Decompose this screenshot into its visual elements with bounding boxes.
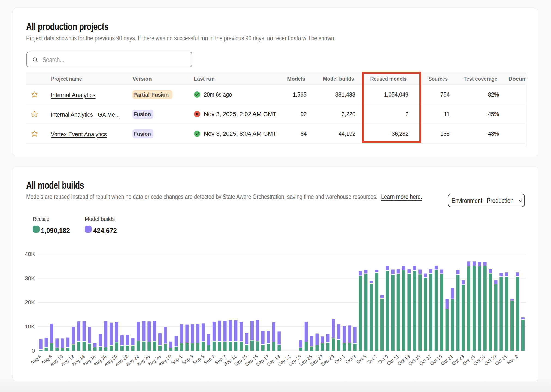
svg-text:Oct 17: Oct 17 bbox=[418, 354, 433, 367]
svg-text:Nov 2: Nov 2 bbox=[506, 354, 519, 366]
svg-text:Oct 5: Oct 5 bbox=[355, 354, 368, 365]
svg-text:Sep 7: Sep 7 bbox=[203, 354, 216, 366]
svg-text:10K: 10K bbox=[25, 323, 35, 330]
svg-text:Oct 7: Oct 7 bbox=[366, 354, 378, 365]
svg-text:Oct 19: Oct 19 bbox=[429, 354, 443, 367]
svg-text:Aug 6: Aug 6 bbox=[29, 354, 43, 366]
svg-text:20K: 20K bbox=[25, 299, 35, 305]
svg-text:30K: 30K bbox=[25, 275, 35, 281]
svg-text:Oct 27: Oct 27 bbox=[472, 354, 487, 367]
svg-text:Oct 29: Oct 29 bbox=[483, 354, 498, 367]
svg-text:Oct 13: Oct 13 bbox=[396, 354, 411, 367]
svg-text:Sep 3: Sep 3 bbox=[181, 354, 194, 366]
svg-text:40K: 40K bbox=[25, 251, 35, 257]
svg-text:Sep 5: Sep 5 bbox=[192, 354, 205, 366]
svg-text:Oct 15: Oct 15 bbox=[407, 354, 422, 367]
svg-text:Oct 25: Oct 25 bbox=[462, 354, 476, 367]
svg-text:0: 0 bbox=[32, 348, 35, 354]
svg-text:Oct 21: Oct 21 bbox=[440, 354, 454, 367]
svg-text:Sep 1: Sep 1 bbox=[170, 354, 183, 366]
svg-text:Oct 1: Oct 1 bbox=[334, 354, 346, 365]
svg-text:Oct 31: Oct 31 bbox=[494, 354, 508, 367]
svg-text:Oct 23: Oct 23 bbox=[451, 354, 465, 367]
svg-text:Oct 3: Oct 3 bbox=[344, 354, 357, 365]
